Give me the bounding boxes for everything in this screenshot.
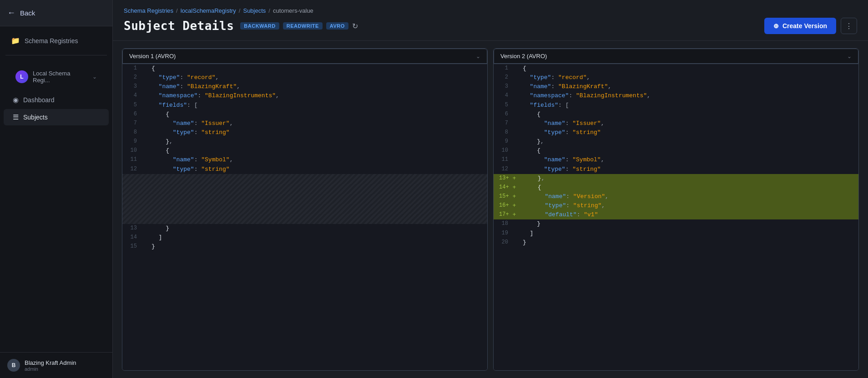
table-row: 6 {: [122, 110, 487, 119]
table-row: 13+ + },: [494, 174, 858, 183]
subjects-icon: ☰: [13, 113, 19, 121]
left-version-selector[interactable]: Version 1 (AVRO) ⌄: [122, 49, 487, 64]
back-label: Back: [20, 9, 35, 17]
breadcrumb-local-schema[interactable]: localSchemaRegistry: [181, 7, 236, 14]
table-row: 8 "type": "string": [122, 128, 487, 137]
left-panel-header: Version 1 (AVRO) ⌄: [122, 49, 487, 64]
header-left: Subject Details BACKWARD READWRITE AVRO …: [124, 19, 358, 33]
table-row: 14+ + {: [494, 183, 858, 192]
sidebar: ← Back 📁 Schema Registries L Local Schem…: [0, 0, 113, 378]
sidebar-item-dashboard[interactable]: ◉ Dashboard: [4, 92, 109, 108]
breadcrumb-sep-2: /: [239, 7, 241, 14]
badge-readwrite: READWRITE: [283, 22, 323, 30]
table-row: 6 {: [494, 110, 858, 119]
user-avatar: B: [7, 359, 20, 372]
main-header: Schema Registries / localSchemaRegistry …: [113, 0, 868, 41]
table-row: 7 "name": "Issuer",: [494, 119, 858, 128]
user-name: Blazing Kraft Admin: [25, 359, 76, 366]
more-options-button[interactable]: ⋮: [841, 18, 857, 34]
table-row: 11 "name": "Symbol",: [494, 155, 858, 164]
table-row: 1 {: [122, 64, 487, 73]
left-diff-panel: Version 1 (AVRO) ⌄ 1 { 2 ": [122, 48, 488, 371]
back-button[interactable]: ← Back: [0, 0, 112, 26]
subjects-label: Subjects: [23, 114, 48, 121]
table-row: 13 }: [122, 224, 487, 233]
table-row: 10 {: [122, 146, 487, 155]
diff-container: Version 1 (AVRO) ⌄ 1 { 2 ": [113, 41, 868, 378]
table-row: [122, 194, 487, 204]
right-panel-header: Version 2 (AVRO) ⌄: [494, 49, 858, 64]
table-row: 14 ]: [122, 233, 487, 242]
table-row: [122, 184, 487, 194]
left-code-area[interactable]: 1 { 2 "type": "record", 3 "n: [122, 64, 487, 370]
left-chevron-icon: ⌄: [476, 53, 480, 60]
dashboard-icon: ◉: [13, 96, 19, 104]
table-row: 11 "name": "Symbol",: [122, 155, 487, 164]
table-row: 3 "name": "BlazingKraft",: [494, 82, 858, 91]
ellipsis-icon: ⋮: [845, 22, 853, 30]
table-row: 17+ + "default": "v1": [494, 210, 858, 219]
table-row: 16+ + "type": "string",: [494, 201, 858, 210]
right-version-label: Version 2 (AVRO): [500, 53, 547, 60]
breadcrumb-sep-3: /: [268, 7, 270, 14]
table-row: 9 },: [494, 137, 858, 146]
create-version-button[interactable]: ⊕ Create Version: [764, 18, 836, 34]
sidebar-footer: B Blazing Kraft Admin admin: [0, 352, 112, 378]
badge-row: BACKWARD READWRITE AVRO ↻: [240, 22, 358, 30]
dashboard-label: Dashboard: [23, 96, 55, 104]
table-row: [122, 204, 487, 214]
table-row: 9 },: [122, 137, 487, 146]
sidebar-nav: ◉ Dashboard ☰ Subjects: [0, 91, 112, 126]
breadcrumb: Schema Registries / localSchemaRegistry …: [124, 7, 857, 14]
table-row: [122, 174, 487, 184]
sidebar-schema-item[interactable]: L Local Schema Regi... ⌄: [9, 65, 103, 88]
breadcrumb-subjects[interactable]: Subjects: [243, 7, 266, 14]
sidebar-item-schema-registries[interactable]: 📁 Schema Registries: [5, 32, 107, 50]
page-title: Subject Details: [124, 19, 234, 33]
badge-backward: BACKWARD: [240, 22, 279, 30]
sidebar-divider: [5, 55, 107, 55]
table-row: 4 "namespace": "BlazingInstruments",: [494, 91, 858, 100]
right-chevron-icon: ⌄: [847, 53, 852, 60]
right-version-selector[interactable]: Version 2 (AVRO) ⌄: [494, 49, 858, 64]
back-arrow-icon: ←: [7, 8, 15, 18]
right-diff-panel: Version 2 (AVRO) ⌄ 1 { 2 ": [493, 48, 859, 371]
sidebar-registries-section: 📁 Schema Registries: [0, 26, 112, 51]
breadcrumb-current: cutomers-value: [273, 7, 313, 14]
table-row: 20 }: [494, 238, 858, 247]
table-row: [122, 214, 487, 224]
table-row: 5 "fields": [: [494, 101, 858, 110]
user-info: Blazing Kraft Admin admin: [25, 359, 76, 372]
table-row: 15+ + "name": "Version",: [494, 192, 858, 201]
table-row: 18 }: [494, 219, 858, 229]
table-row: 3 "name": "BlazingKraft",: [122, 82, 487, 91]
right-code-area[interactable]: 1 { 2 "type": "record", 3 "n: [494, 64, 858, 370]
table-row: 10 {: [494, 146, 858, 155]
table-row: 12 "type": "string": [122, 165, 487, 174]
table-row: 15 }: [122, 242, 487, 251]
left-version-label: Version 1 (AVRO): [129, 53, 176, 60]
user-role: admin: [25, 366, 76, 372]
table-row: 2 "type": "record",: [122, 73, 487, 82]
table-row: 4 "namespace": "BlazingInstruments",: [122, 91, 487, 100]
main-content: Schema Registries / localSchemaRegistry …: [113, 0, 868, 378]
refresh-icon[interactable]: ↻: [352, 22, 358, 30]
breadcrumb-schema-registries[interactable]: Schema Registries: [124, 7, 173, 14]
table-row: 1 {: [494, 64, 858, 73]
sidebar-item-subjects[interactable]: ☰ Subjects: [4, 109, 109, 125]
table-row: 2 "type": "record",: [494, 73, 858, 82]
sidebar-schema-section: L Local Schema Regi... ⌄: [0, 59, 112, 91]
diff-panels: Version 1 (AVRO) ⌄ 1 { 2 ": [122, 48, 859, 371]
header-actions: ⊕ Create Version ⋮: [764, 18, 857, 34]
header-row: Subject Details BACKWARD READWRITE AVRO …: [124, 18, 857, 40]
schema-name: Local Schema Regi...: [33, 70, 88, 84]
table-row: 8 "type": "string": [494, 128, 858, 137]
plus-circle-icon: ⊕: [773, 22, 779, 30]
table-row: 12 "type": "string": [494, 165, 858, 174]
create-version-label: Create Version: [782, 22, 827, 30]
table-row: 7 "name": "Issuer",: [122, 119, 487, 128]
folder-icon: 📁: [11, 36, 20, 45]
registry-label: Schema Registries: [25, 37, 78, 45]
breadcrumb-sep-1: /: [176, 7, 178, 14]
schema-avatar: L: [15, 70, 28, 83]
